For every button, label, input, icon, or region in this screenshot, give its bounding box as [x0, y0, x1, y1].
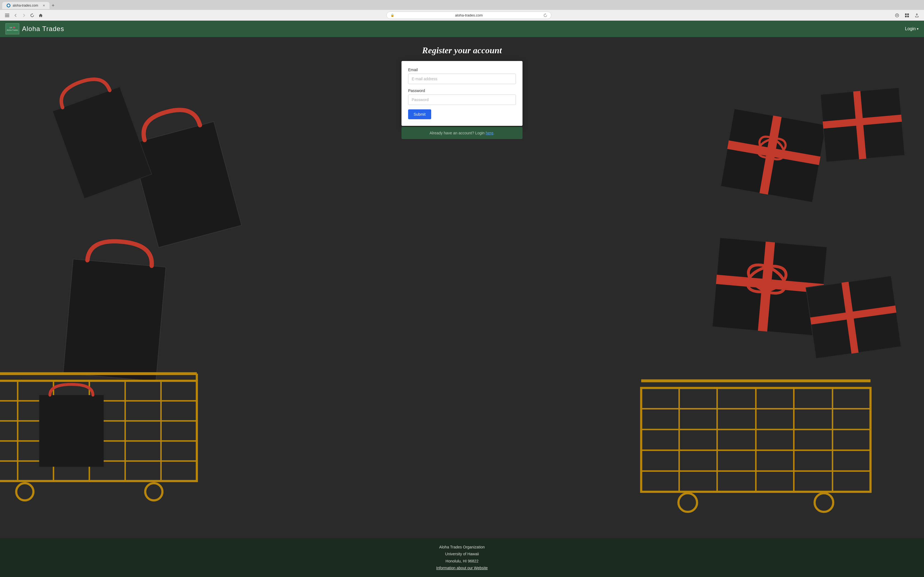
- svg-rect-28: [39, 395, 104, 467]
- svg-rect-37: [712, 238, 827, 336]
- svg-rect-42: [806, 276, 901, 359]
- svg-rect-45: [641, 388, 871, 492]
- email-group: Email: [408, 68, 516, 84]
- footer-info-link[interactable]: Information about our Website: [436, 566, 488, 570]
- svg-point-40: [744, 261, 790, 297]
- address-text: aloha-trades.com: [396, 13, 542, 17]
- register-card: Email Password Submit: [402, 61, 522, 126]
- tab-close-icon[interactable]: ✕: [43, 4, 45, 7]
- svg-rect-3: [5, 16, 9, 17]
- tab-title: aloha-trades.com: [13, 3, 38, 7]
- email-input[interactable]: [408, 74, 516, 84]
- lock-icon: 🔒: [391, 13, 394, 17]
- login-here-link[interactable]: here: [486, 131, 493, 135]
- refresh-button[interactable]: [29, 12, 36, 18]
- page-title: Register your account: [422, 45, 502, 55]
- svg-rect-2: [5, 15, 9, 16]
- svg-rect-13: [0, 381, 197, 481]
- share-button[interactable]: [913, 12, 921, 19]
- svg-rect-38: [716, 275, 824, 293]
- submit-button[interactable]: Submit: [408, 110, 431, 119]
- svg-rect-7: [905, 16, 907, 17]
- svg-rect-43: [810, 306, 896, 324]
- refresh-small-icon: [543, 13, 547, 17]
- svg-point-56: [814, 493, 833, 512]
- svg-rect-6: [907, 13, 909, 15]
- main-content: Register your account Email Password Sub…: [0, 37, 924, 538]
- browser-nav: 🔒 aloha-trades.com: [0, 10, 924, 21]
- active-tab[interactable]: aloha-trades.com ✕: [2, 2, 50, 9]
- form-container: Register your account Email Password Sub…: [0, 37, 924, 139]
- login-caret-icon: ▾: [917, 27, 919, 31]
- home-button[interactable]: [37, 12, 45, 19]
- svg-point-23: [16, 483, 34, 501]
- sidebar-toggle-button[interactable]: [3, 12, 11, 19]
- footer-university: University of Hawaii: [5, 551, 919, 558]
- svg-rect-1: [5, 14, 9, 14]
- svg-point-24: [145, 483, 163, 501]
- address-bar[interactable]: 🔒 aloha-trades.com: [386, 11, 551, 19]
- svg-rect-44: [842, 282, 859, 354]
- svg-rect-10: [131, 121, 241, 248]
- new-tab-button[interactable]: +: [52, 3, 55, 8]
- password-label: Password: [408, 89, 516, 93]
- login-prompt: Already have an account? Login here.: [402, 127, 522, 139]
- site-footer: Aloha Trades Organization University of …: [0, 538, 924, 577]
- login-prompt-text: Already have an account? Login: [430, 131, 486, 135]
- svg-rect-8: [907, 16, 909, 17]
- footer-org: Aloha Trades Organization: [5, 544, 919, 551]
- svg-rect-12: [63, 259, 166, 381]
- site-navbar: UH 🌺 Aloha Trades Aloha Trades Login ▾: [0, 21, 924, 37]
- brand[interactable]: UH 🌺 Aloha Trades Aloha Trades: [5, 23, 64, 34]
- email-label: Email: [408, 68, 516, 72]
- footer-address: Honolulu, HI 96822: [5, 558, 919, 565]
- svg-point-55: [678, 493, 697, 512]
- tab-bar: aloha-trades.com ✕ +: [0, 0, 924, 10]
- tabs-button[interactable]: [903, 12, 911, 19]
- svg-rect-39: [758, 242, 775, 331]
- brand-logo: UH 🌺 Aloha Trades: [5, 23, 19, 34]
- brand-name: Aloha Trades: [22, 25, 64, 33]
- forward-button[interactable]: [20, 12, 27, 18]
- nav-controls: [3, 12, 45, 19]
- nav-right-controls: [893, 12, 921, 19]
- password-input[interactable]: [408, 95, 516, 105]
- back-button[interactable]: [12, 12, 19, 18]
- downloads-button[interactable]: [893, 12, 901, 19]
- svg-point-41: [744, 259, 790, 299]
- login-button[interactable]: Login ▾: [905, 26, 919, 31]
- svg-point-0: [7, 5, 10, 6]
- tab-favicon: [6, 3, 10, 7]
- svg-rect-30: [727, 140, 821, 165]
- svg-rect-5: [905, 13, 907, 15]
- login-prompt-suffix: .: [493, 131, 494, 135]
- password-group: Password: [408, 89, 516, 105]
